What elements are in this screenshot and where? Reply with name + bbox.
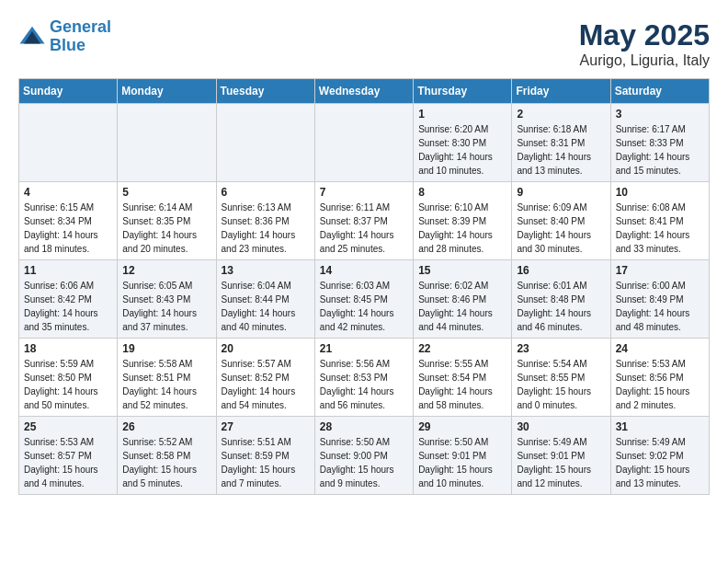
logo-line1: General — [50, 17, 111, 36]
calendar-cell — [216, 104, 314, 182]
day-info: Sunrise: 5:51 AM Sunset: 8:59 PM Dayligh… — [222, 435, 310, 490]
day-info: Sunrise: 5:50 AM Sunset: 9:00 PM Dayligh… — [320, 435, 408, 490]
day-number: 20 — [222, 342, 310, 355]
day-number: 26 — [122, 420, 210, 433]
calendar-cell: 17Sunrise: 6:00 AM Sunset: 8:49 PM Dayli… — [610, 260, 709, 339]
day-info: Sunrise: 5:49 AM Sunset: 9:01 PM Dayligh… — [517, 435, 605, 490]
logo-text: General Blue — [50, 18, 111, 55]
header-cell-thursday: Thursday — [414, 79, 512, 104]
day-number: 30 — [517, 420, 605, 433]
day-info: Sunrise: 6:02 AM Sunset: 8:46 PM Dayligh… — [418, 279, 506, 334]
calendar-cell: 24Sunrise: 5:53 AM Sunset: 8:56 PM Dayli… — [610, 339, 709, 417]
day-number: 21 — [320, 342, 408, 355]
calendar-cell: 8Sunrise: 6:10 AM Sunset: 8:39 PM Daylig… — [414, 182, 512, 260]
calendar-cell: 4Sunrise: 6:15 AM Sunset: 8:34 PM Daylig… — [19, 182, 118, 260]
calendar-cell: 10Sunrise: 6:08 AM Sunset: 8:41 PM Dayli… — [610, 182, 709, 260]
logo: General Blue — [18, 18, 111, 55]
day-info: Sunrise: 5:56 AM Sunset: 8:53 PM Dayligh… — [320, 357, 408, 412]
day-number: 24 — [616, 342, 704, 355]
calendar-table: SundayMondayTuesdayWednesdayThursdayFrid… — [18, 78, 710, 495]
day-number: 25 — [24, 420, 112, 433]
day-number: 2 — [517, 108, 605, 121]
calendar-cell: 28Sunrise: 5:50 AM Sunset: 9:00 PM Dayli… — [314, 417, 413, 495]
header-cell-saturday: Saturday — [610, 79, 709, 104]
calendar-cell: 15Sunrise: 6:02 AM Sunset: 8:46 PM Dayli… — [414, 260, 512, 339]
calendar-cell: 21Sunrise: 5:56 AM Sunset: 8:53 PM Dayli… — [314, 339, 413, 417]
page-header: General Blue May 2025 Aurigo, Liguria, I… — [18, 18, 710, 69]
calendar-cell: 19Sunrise: 5:58 AM Sunset: 8:51 PM Dayli… — [118, 339, 216, 417]
week-row-4: 18Sunrise: 5:59 AM Sunset: 8:50 PM Dayli… — [19, 339, 710, 417]
day-info: Sunrise: 6:00 AM Sunset: 8:49 PM Dayligh… — [616, 279, 704, 334]
calendar-cell: 14Sunrise: 6:03 AM Sunset: 8:45 PM Dayli… — [314, 260, 413, 339]
calendar-cell: 26Sunrise: 5:52 AM Sunset: 8:58 PM Dayli… — [118, 417, 216, 495]
day-number: 29 — [418, 420, 506, 433]
day-number: 11 — [24, 264, 112, 277]
calendar-cell: 9Sunrise: 6:09 AM Sunset: 8:40 PM Daylig… — [512, 182, 610, 260]
calendar-cell — [118, 104, 216, 182]
header-cell-monday: Monday — [118, 79, 216, 104]
week-row-2: 4Sunrise: 6:15 AM Sunset: 8:34 PM Daylig… — [19, 182, 710, 260]
day-info: Sunrise: 5:50 AM Sunset: 9:01 PM Dayligh… — [418, 435, 506, 490]
week-row-1: 1Sunrise: 6:20 AM Sunset: 8:30 PM Daylig… — [19, 104, 710, 182]
day-info: Sunrise: 5:52 AM Sunset: 8:58 PM Dayligh… — [122, 435, 210, 490]
day-number: 14 — [320, 264, 408, 277]
header-row: SundayMondayTuesdayWednesdayThursdayFrid… — [19, 79, 710, 104]
calendar-cell: 27Sunrise: 5:51 AM Sunset: 8:59 PM Dayli… — [216, 417, 314, 495]
day-number: 27 — [222, 420, 310, 433]
day-info: Sunrise: 6:11 AM Sunset: 8:37 PM Dayligh… — [320, 201, 408, 256]
day-info: Sunrise: 6:17 AM Sunset: 8:33 PM Dayligh… — [616, 122, 704, 178]
calendar-cell: 29Sunrise: 5:50 AM Sunset: 9:01 PM Dayli… — [414, 417, 512, 495]
calendar-header: SundayMondayTuesdayWednesdayThursdayFrid… — [19, 79, 710, 104]
calendar-cell: 6Sunrise: 6:13 AM Sunset: 8:36 PM Daylig… — [216, 182, 314, 260]
day-info: Sunrise: 5:53 AM Sunset: 8:56 PM Dayligh… — [616, 357, 704, 412]
day-info: Sunrise: 6:18 AM Sunset: 8:31 PM Dayligh… — [517, 122, 605, 178]
header-cell-tuesday: Tuesday — [216, 79, 314, 104]
calendar-cell: 16Sunrise: 6:01 AM Sunset: 8:48 PM Dayli… — [512, 260, 610, 339]
day-number: 7 — [320, 186, 408, 199]
calendar-cell — [19, 104, 118, 182]
day-number: 9 — [517, 186, 605, 199]
calendar-cell — [314, 104, 413, 182]
week-row-3: 11Sunrise: 6:06 AM Sunset: 8:42 PM Dayli… — [19, 260, 710, 339]
calendar-cell: 3Sunrise: 6:17 AM Sunset: 8:33 PM Daylig… — [610, 104, 709, 182]
day-number: 1 — [418, 108, 506, 121]
calendar-subtitle: Aurigo, Liguria, Italy — [579, 52, 710, 69]
calendar-cell: 13Sunrise: 6:04 AM Sunset: 8:44 PM Dayli… — [216, 260, 314, 339]
calendar-cell: 25Sunrise: 5:53 AM Sunset: 8:57 PM Dayli… — [19, 417, 118, 495]
day-info: Sunrise: 5:58 AM Sunset: 8:51 PM Dayligh… — [122, 357, 210, 412]
day-info: Sunrise: 6:20 AM Sunset: 8:30 PM Dayligh… — [418, 122, 506, 178]
logo-icon — [18, 23, 46, 51]
day-info: Sunrise: 5:49 AM Sunset: 9:02 PM Dayligh… — [616, 435, 704, 490]
day-number: 5 — [122, 186, 210, 199]
day-info: Sunrise: 6:14 AM Sunset: 8:35 PM Dayligh… — [122, 201, 210, 256]
calendar-cell: 11Sunrise: 6:06 AM Sunset: 8:42 PM Dayli… — [19, 260, 118, 339]
day-info: Sunrise: 5:54 AM Sunset: 8:55 PM Dayligh… — [517, 357, 605, 412]
calendar-cell: 7Sunrise: 6:11 AM Sunset: 8:37 PM Daylig… — [314, 182, 413, 260]
header-cell-sunday: Sunday — [19, 79, 118, 104]
day-info: Sunrise: 6:13 AM Sunset: 8:36 PM Dayligh… — [222, 201, 310, 256]
title-block: May 2025 Aurigo, Liguria, Italy — [579, 18, 710, 69]
day-number: 10 — [616, 186, 704, 199]
calendar-cell: 31Sunrise: 5:49 AM Sunset: 9:02 PM Dayli… — [610, 417, 709, 495]
calendar-cell: 12Sunrise: 6:05 AM Sunset: 8:43 PM Dayli… — [118, 260, 216, 339]
calendar-cell: 23Sunrise: 5:54 AM Sunset: 8:55 PM Dayli… — [512, 339, 610, 417]
day-number: 8 — [418, 186, 506, 199]
calendar-cell: 22Sunrise: 5:55 AM Sunset: 8:54 PM Dayli… — [414, 339, 512, 417]
day-info: Sunrise: 6:09 AM Sunset: 8:40 PM Dayligh… — [517, 201, 605, 256]
day-info: Sunrise: 6:10 AM Sunset: 8:39 PM Dayligh… — [418, 201, 506, 256]
day-info: Sunrise: 6:08 AM Sunset: 8:41 PM Dayligh… — [616, 201, 704, 256]
day-number: 16 — [517, 264, 605, 277]
day-number: 28 — [320, 420, 408, 433]
calendar-cell: 1Sunrise: 6:20 AM Sunset: 8:30 PM Daylig… — [414, 104, 512, 182]
day-info: Sunrise: 5:59 AM Sunset: 8:50 PM Dayligh… — [24, 357, 112, 412]
day-number: 3 — [616, 108, 704, 121]
calendar-body: 1Sunrise: 6:20 AM Sunset: 8:30 PM Daylig… — [19, 104, 710, 495]
day-number: 6 — [222, 186, 310, 199]
day-number: 12 — [122, 264, 210, 277]
day-info: Sunrise: 5:57 AM Sunset: 8:52 PM Dayligh… — [222, 357, 310, 412]
day-number: 23 — [517, 342, 605, 355]
logo-line2: Blue — [50, 36, 85, 54]
day-info: Sunrise: 5:55 AM Sunset: 8:54 PM Dayligh… — [418, 357, 506, 412]
week-row-5: 25Sunrise: 5:53 AM Sunset: 8:57 PM Dayli… — [19, 417, 710, 495]
day-number: 18 — [24, 342, 112, 355]
